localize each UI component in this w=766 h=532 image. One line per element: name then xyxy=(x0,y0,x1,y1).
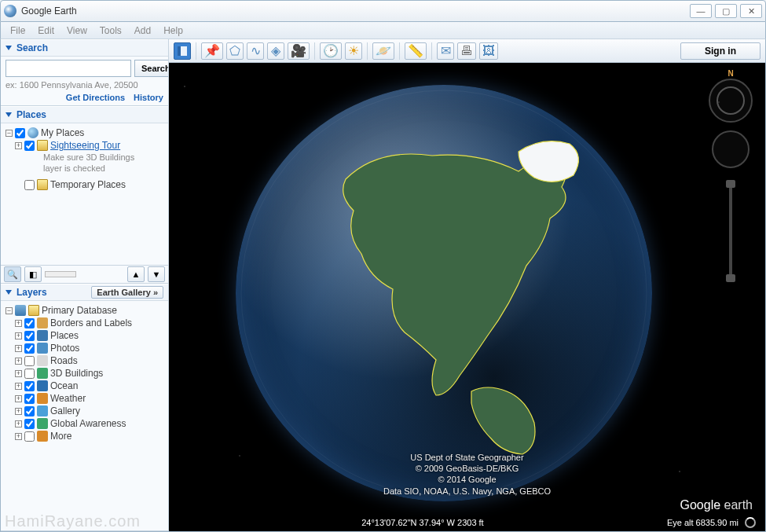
move-up-button[interactable]: ▲ xyxy=(127,266,145,282)
hide-sidebar-button[interactable] xyxy=(174,42,191,60)
zoom-slider[interactable] xyxy=(729,184,732,278)
sightseeing-row[interactable]: + Sightseeing Tour xyxy=(5,139,163,152)
layer-row[interactable]: +Ocean xyxy=(5,380,163,392)
placemark-button[interactable]: 📌 xyxy=(201,42,223,60)
status-bar: 24°13'07.62"N 37.94° W 2303 ft Eye alt 6… xyxy=(169,517,765,528)
layer-checkbox[interactable] xyxy=(24,394,35,404)
look-control[interactable] xyxy=(712,130,750,168)
globe[interactable] xyxy=(236,85,652,501)
path-icon: ∿ xyxy=(251,43,261,58)
maximize-button[interactable]: ▢ xyxy=(715,4,737,18)
chevron-down-icon xyxy=(5,46,12,50)
layer-checkbox[interactable] xyxy=(24,331,35,341)
planet-icon: 🪐 xyxy=(376,43,391,58)
polygon-button[interactable]: ⬠ xyxy=(226,42,244,60)
expand-icon[interactable]: + xyxy=(15,408,22,415)
search-title: Search xyxy=(16,42,48,53)
get-directions-link[interactable]: Get Directions xyxy=(66,93,125,102)
search-button[interactable]: Search xyxy=(134,60,169,77)
search-panel: Search Search ex: 1600 Pennsylvania Ave,… xyxy=(1,39,168,106)
expand-icon[interactable]: + xyxy=(15,345,22,352)
layer-checkbox[interactable] xyxy=(24,406,35,416)
layer-label: Ocean xyxy=(50,380,78,391)
sign-in-button[interactable]: Sign in xyxy=(680,42,761,60)
temporary-places-checkbox[interactable] xyxy=(24,180,35,190)
expand-icon[interactable]: + xyxy=(15,383,22,390)
places-panel-header[interactable]: Places xyxy=(1,106,168,123)
image-overlay-button[interactable]: ◈ xyxy=(267,42,284,60)
my-places-checkbox[interactable] xyxy=(15,128,25,138)
sightseeing-checkbox[interactable] xyxy=(24,141,35,151)
pushpin-icon: 📌 xyxy=(204,43,220,58)
main-toolbar: 📌 ⬠ ∿ ◈ 🎥 🕑 ☀ 🪐 📏 ✉ 🖶 🖼 Sign in xyxy=(169,39,765,63)
opacity-slider[interactable] xyxy=(45,271,76,277)
layer-label: 3D Buildings xyxy=(50,368,103,379)
sightseeing-label: Sightseeing Tour xyxy=(50,140,120,151)
record-tour-button[interactable]: 🎥 xyxy=(288,42,310,60)
expand-icon[interactable]: + xyxy=(15,395,22,402)
collapse-icon[interactable]: − xyxy=(5,130,13,137)
layer-checkbox[interactable] xyxy=(24,369,35,379)
layer-checkbox[interactable] xyxy=(24,381,35,391)
layer-row[interactable]: +Photos xyxy=(5,342,163,354)
menu-view[interactable]: View xyxy=(60,25,93,36)
layer-row[interactable]: +3D Buildings xyxy=(5,367,163,380)
my-places-row[interactable]: − My Places xyxy=(5,127,163,139)
minimize-button[interactable]: — xyxy=(690,4,712,18)
expand-icon[interactable]: + xyxy=(15,142,22,149)
layers-panel-header[interactable]: Layers Earth Gallery » xyxy=(1,284,168,301)
layer-row[interactable]: +Places xyxy=(5,329,163,342)
layer-checkbox[interactable] xyxy=(24,356,35,366)
google-earth-logo: Google earth xyxy=(680,498,753,512)
layer-row[interactable]: +Gallery xyxy=(5,405,163,417)
collapse-icon[interactable]: − xyxy=(5,307,13,314)
search-panel-header[interactable]: Search xyxy=(1,39,168,57)
menu-edit[interactable]: Edit xyxy=(31,25,60,36)
expand-icon[interactable]: + xyxy=(15,358,22,365)
menu-help[interactable]: Help xyxy=(157,25,189,36)
primary-database-row[interactable]: − Primary Database xyxy=(5,304,163,317)
search-places-button[interactable]: 🔍 xyxy=(4,266,21,282)
move-down-button[interactable]: ▼ xyxy=(148,266,165,282)
layer-label: Weather xyxy=(50,393,86,404)
close-button[interactable]: ✕ xyxy=(740,4,762,18)
panel-toggle-button[interactable]: ◧ xyxy=(24,266,42,282)
history-button[interactable]: 🕑 xyxy=(320,42,342,60)
search-input[interactable] xyxy=(5,60,131,77)
earth-icon xyxy=(27,127,38,138)
layer-checkbox[interactable] xyxy=(24,318,35,328)
planets-button[interactable]: 🪐 xyxy=(372,42,394,60)
expand-icon[interactable]: + xyxy=(15,420,22,427)
path-button[interactable]: ∿ xyxy=(247,42,264,60)
expand-icon[interactable]: + xyxy=(15,433,22,440)
layer-row[interactable]: +Roads xyxy=(5,354,163,367)
layer-row[interactable]: +Borders and Labels xyxy=(5,317,163,329)
expand-icon[interactable]: + xyxy=(15,370,22,377)
menu-add[interactable]: Add xyxy=(128,25,157,36)
expand-icon[interactable]: + xyxy=(15,332,22,339)
chevron-down-icon xyxy=(5,290,12,295)
expand-icon[interactable]: + xyxy=(15,320,22,327)
layer-checkbox[interactable] xyxy=(24,343,35,354)
compass-control[interactable]: N xyxy=(709,79,753,123)
sunlight-button[interactable]: ☀ xyxy=(345,42,362,60)
layer-checkbox[interactable] xyxy=(24,431,35,442)
email-button[interactable]: ✉ xyxy=(437,42,454,60)
layer-row[interactable]: +Weather xyxy=(5,392,163,405)
layer-checkbox[interactable] xyxy=(24,419,35,429)
folder-icon xyxy=(37,140,48,151)
print-icon: 🖶 xyxy=(460,44,473,58)
globe-viewport[interactable]: N US Dept of State Geographer © 2009 Geo… xyxy=(169,63,765,531)
menu-file[interactable]: File xyxy=(4,25,31,36)
earth-gallery-button[interactable]: Earth Gallery » xyxy=(91,286,163,299)
ruler-button[interactable]: 📏 xyxy=(405,42,427,60)
menu-tools[interactable]: Tools xyxy=(93,25,128,36)
temporary-places-row[interactable]: Temporary Places xyxy=(5,178,163,191)
save-image-button[interactable]: 🖼 xyxy=(479,42,498,60)
layer-row[interactable]: +More xyxy=(5,430,163,442)
layer-row[interactable]: +Global Awareness xyxy=(5,417,163,430)
app-icon xyxy=(4,5,16,17)
history-link[interactable]: History xyxy=(134,93,163,102)
print-button[interactable]: 🖶 xyxy=(457,42,476,60)
sun-icon: ☀ xyxy=(348,43,359,58)
